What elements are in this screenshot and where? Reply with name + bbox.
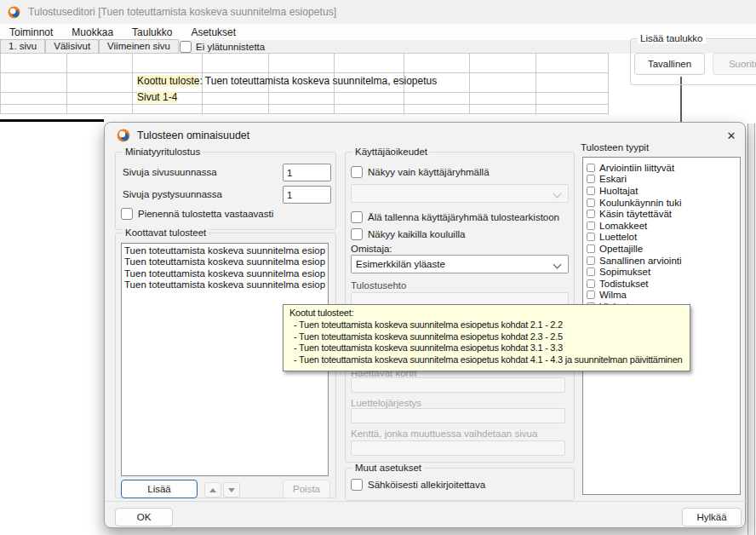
type-label[interactable]: Luettelot bbox=[599, 232, 637, 242]
type-checkbox[interactable] bbox=[587, 221, 595, 230]
type-row: Käsin täytettävät bbox=[587, 208, 736, 220]
tooltip-item: - Tuen toteuttamista koskeva suunnitelma… bbox=[289, 319, 682, 331]
type-checkbox[interactable] bbox=[587, 233, 595, 241]
fetched-cards-input[interactable] bbox=[351, 377, 565, 393]
collected-list-item[interactable]: Tuen toteuttamista koskeva suunnitelma e… bbox=[124, 245, 325, 256]
permissions-group-title: Käyttäjäoikeudet bbox=[352, 147, 430, 157]
document-collected-row[interactable]: Koottu tuloste: Tuen toteuttamista koske… bbox=[137, 75, 437, 87]
collected-list-item[interactable]: Tuen toteuttamista koskeva suunnitelma e… bbox=[124, 279, 325, 291]
type-row: Lomakkeet bbox=[587, 220, 736, 232]
dialog-logo-icon bbox=[117, 129, 130, 142]
no-archive-label: Älä tallenna käyttäjäryhmää tulostearkis… bbox=[368, 212, 559, 222]
type-label[interactable]: Huoltajat bbox=[599, 186, 638, 196]
all-schools-checkbox-row: Näkyy kaikilla kouluilla bbox=[351, 228, 465, 240]
page-tab[interactable]: Välisivut bbox=[45, 39, 99, 54]
sign-checkbox-row: Sähköisesti allekirjoitettava bbox=[351, 479, 485, 491]
performance-table-button[interactable]: Suorituk bbox=[713, 53, 756, 75]
chevron-down-icon bbox=[553, 190, 562, 198]
background-scrollbar[interactable] bbox=[747, 124, 755, 535]
type-row: Huoltajat bbox=[587, 185, 736, 197]
type-checkbox[interactable] bbox=[587, 244, 595, 253]
move-up-button[interactable] bbox=[204, 482, 221, 498]
type-row: Opettajille bbox=[587, 243, 736, 255]
page-change-field-label: Kenttä, jonka muuttuessa vaihdetaan sivu… bbox=[351, 429, 537, 439]
page-change-field-input[interactable] bbox=[351, 440, 565, 456]
type-label[interactable]: Eskari bbox=[599, 174, 627, 184]
list-order-input[interactable] bbox=[351, 408, 565, 423]
all-schools-checkbox[interactable] bbox=[351, 228, 363, 240]
type-label[interactable]: Wilma bbox=[599, 290, 627, 300]
collected-group-title: Koottavat tulosteet bbox=[123, 227, 209, 238]
no-archive-checkbox[interactable] bbox=[351, 211, 363, 223]
user-group-select[interactable] bbox=[351, 184, 569, 203]
other-settings-group-title: Muut asetukset bbox=[352, 463, 424, 473]
cancel-button[interactable]: Hylkää bbox=[682, 508, 742, 526]
no-header-label: Ei ylätunnistetta bbox=[196, 42, 265, 52]
menu-item[interactable]: Toiminnot bbox=[0, 24, 62, 40]
shrink-checkbox[interactable] bbox=[121, 208, 133, 220]
normal-table-button[interactable]: Tavallinen bbox=[634, 53, 705, 75]
screen: Tulostuseditori [Tuen toteuttamista kosk… bbox=[0, 0, 756, 535]
type-label[interactable]: Todistukset bbox=[599, 279, 649, 289]
type-checkbox[interactable] bbox=[587, 291, 595, 299]
down-arrow-icon bbox=[228, 488, 235, 492]
owner-select[interactable]: Esimerkkilän yläaste bbox=[351, 255, 569, 273]
document-pages-row[interactable]: Sivut 1-4 bbox=[137, 91, 177, 103]
type-row: Luettelot bbox=[587, 232, 736, 244]
type-label[interactable]: Käsin täytettävät bbox=[599, 209, 672, 219]
type-checkbox[interactable] bbox=[587, 187, 595, 195]
menu-item[interactable]: Muokkaa bbox=[62, 24, 123, 40]
type-checkbox[interactable] bbox=[587, 210, 595, 218]
add-button[interactable]: Lisää bbox=[121, 480, 198, 498]
no-archive-checkbox-row: Älä tallenna käyttäjäryhmää tulostearkis… bbox=[351, 211, 559, 223]
type-checkbox[interactable] bbox=[587, 198, 595, 207]
type-label[interactable]: Koulunkäynnin tuki bbox=[599, 198, 682, 208]
collected-prints-tooltip: Kootut tulosteet: - Tuen toteuttamista k… bbox=[283, 304, 690, 371]
window-title: Tulostuseditori [Tuen toteuttamista kosk… bbox=[28, 6, 336, 18]
type-checkbox[interactable] bbox=[587, 175, 595, 183]
type-row: Koulunkäynnin tuki bbox=[587, 197, 736, 209]
sign-checkbox[interactable] bbox=[351, 479, 363, 491]
tooltip-title: Kootut tulosteet: bbox=[289, 308, 682, 319]
window-titlebar: Tulostuseditori [Tuen toteuttamista kosk… bbox=[0, 0, 756, 24]
type-row: Todistukset bbox=[587, 278, 736, 290]
no-header-checkbox[interactable] bbox=[180, 41, 192, 53]
type-checkbox[interactable] bbox=[587, 268, 595, 276]
pages-vertical-input[interactable] bbox=[283, 186, 331, 204]
type-row: Arviointiin liittyvät bbox=[587, 162, 736, 174]
tooltip-item: - Tuen toteuttamista koskeva suunnitelma… bbox=[289, 342, 682, 354]
no-header-checkbox-row: Ei ylätunnistetta bbox=[180, 41, 265, 53]
type-label[interactable]: Sopimukset bbox=[599, 267, 650, 277]
collected-list-item[interactable]: Tuen toteuttamista koskeva suunnitelma e… bbox=[124, 256, 325, 268]
move-down-button[interactable] bbox=[223, 482, 240, 498]
ok-button[interactable]: OK bbox=[115, 508, 173, 526]
insert-table-group: Lisää taulukko Tavallinen Suorituk bbox=[630, 38, 756, 85]
remove-button[interactable]: Poista bbox=[283, 480, 330, 498]
insert-table-group-title: Lisää taulukko bbox=[638, 33, 706, 43]
list-order-label: Luettelojärjestys bbox=[351, 398, 421, 408]
close-icon[interactable]: ✕ bbox=[719, 126, 743, 145]
page-tab[interactable]: Viimeinen sivu bbox=[99, 39, 179, 54]
type-label[interactable]: Arviointiin liittyvät bbox=[599, 163, 674, 173]
type-checkbox[interactable] bbox=[587, 279, 595, 288]
collected-row-text: : Tuen toteuttamista koskeva suunnitelma… bbox=[199, 75, 437, 87]
dialog-titlebar: Tulosteen ominaisuudet bbox=[105, 123, 745, 148]
dialog-title: Tulosteen ominaisuudet bbox=[137, 129, 249, 141]
type-checkbox[interactable] bbox=[587, 164, 595, 172]
visible-group-label: Näkyy vain käyttäjäryhmällä bbox=[368, 167, 490, 177]
type-label[interactable]: Sanallinen arviointi bbox=[599, 256, 682, 266]
visible-group-checkbox[interactable] bbox=[351, 166, 363, 178]
menu-item[interactable]: Asetukset bbox=[181, 24, 245, 40]
type-label[interactable]: Lomakkeet bbox=[599, 221, 647, 231]
page-tab[interactable]: 1. sivu bbox=[0, 39, 45, 54]
collected-list-item[interactable]: Tuen toteuttamista koskeva suunnitelma e… bbox=[124, 268, 325, 279]
shrink-label: Pienennä tulostetta vastaavasti bbox=[138, 209, 273, 219]
type-label[interactable]: Opettajille bbox=[599, 244, 643, 254]
miniature-group: Miniatyyritulostus Sivuja sivusuunnassa … bbox=[115, 152, 336, 230]
app-logo-icon bbox=[8, 6, 20, 19]
type-checkbox[interactable] bbox=[587, 256, 595, 265]
all-schools-label: Näkyy kaikilla kouluilla bbox=[368, 229, 465, 239]
menu-item[interactable]: Taulukko bbox=[123, 24, 181, 40]
print-condition-label: Tulostusehto bbox=[351, 280, 406, 291]
pages-horizontal-input[interactable] bbox=[283, 164, 331, 181]
